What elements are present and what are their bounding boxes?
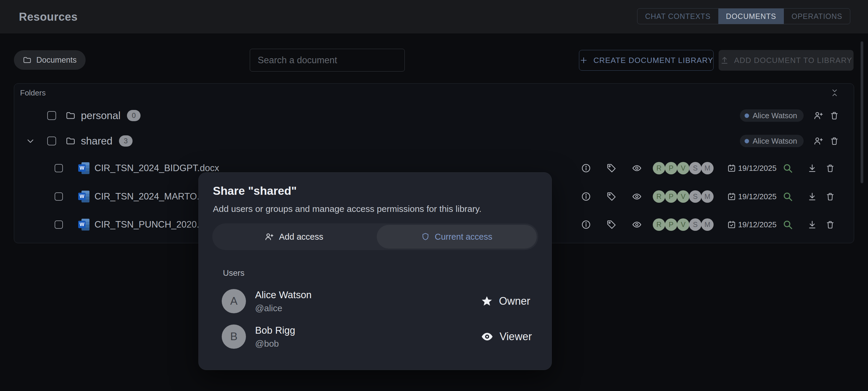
avatar: S	[689, 162, 702, 174]
user-row: A Alice Watson @alice Owner	[222, 289, 528, 313]
user-handle: @bob	[255, 339, 295, 349]
folder-icon	[66, 111, 75, 120]
folder-name[interactable]: personal	[81, 110, 120, 121]
info-icon[interactable]	[581, 163, 591, 173]
plus-icon	[579, 56, 588, 65]
owner-badge: Alice Watson	[740, 109, 804, 122]
delete-folder-button[interactable]	[830, 136, 839, 146]
owner-dot-icon	[745, 113, 749, 118]
document-date: 19/12/2025	[738, 220, 776, 229]
word-document-icon: W	[78, 219, 89, 230]
document-date: 19/12/2025	[738, 192, 776, 201]
eye-icon[interactable]	[632, 163, 642, 173]
tab-add-access[interactable]: Add access	[212, 223, 375, 250]
scrollbar[interactable]	[861, 41, 863, 183]
checkbox[interactable]	[47, 137, 56, 145]
share-folder-button[interactable]	[813, 136, 823, 146]
calendar-icon	[727, 192, 736, 201]
trash-icon	[830, 111, 839, 120]
owner-badge: Alice Watson	[740, 135, 804, 147]
search-document-icon[interactable]	[782, 191, 793, 202]
checkbox[interactable]	[55, 192, 63, 201]
tag-icon[interactable]	[607, 220, 616, 230]
person-add-icon	[813, 136, 823, 146]
tag-icon[interactable]	[607, 163, 616, 173]
user-name: Alice Watson	[255, 289, 311, 301]
folder-icon	[23, 56, 32, 64]
avatar: S	[689, 218, 702, 231]
download-icon[interactable]	[807, 220, 817, 230]
eye-icon[interactable]	[632, 220, 642, 230]
avatar: V	[677, 218, 689, 231]
avatar: P	[665, 162, 677, 174]
users-section-label: Users	[223, 268, 244, 278]
avatar: R	[653, 162, 665, 174]
dialog-subtitle: Add users or groups and manage access pe…	[213, 204, 482, 214]
tab-label: Current access	[435, 232, 492, 242]
upload-icon	[720, 56, 729, 65]
search-document-icon[interactable]	[782, 219, 793, 230]
shared-user-avatars: R P V S M	[653, 190, 714, 203]
shared-user-avatars: R P V S M	[653, 218, 714, 231]
role-owner[interactable]: Owner	[480, 295, 530, 307]
search-document-icon[interactable]	[782, 163, 793, 173]
create-document-library-button[interactable]: CREATE DOCUMENT LIBRARY	[579, 50, 714, 71]
trash-icon[interactable]	[826, 163, 835, 173]
avatar: M	[701, 218, 714, 231]
create-button-label: CREATE DOCUMENT LIBRARY	[593, 56, 713, 65]
folder-row-shared: shared 3 Alice Watson	[14, 135, 854, 147]
tag-icon[interactable]	[607, 192, 616, 201]
trash-icon[interactable]	[826, 192, 835, 201]
document-date: 19/12/2025	[738, 164, 776, 173]
breadcrumb-documents-chip[interactable]: Documents	[14, 50, 86, 70]
dialog-title: Share "shared"	[213, 185, 297, 197]
avatar: V	[677, 162, 689, 174]
person-add-icon	[813, 111, 823, 120]
user-handle: @alice	[255, 303, 311, 313]
role-label: Viewer	[500, 330, 532, 343]
role-viewer[interactable]: Viewer	[480, 330, 532, 343]
tab-documents[interactable]: DOCUMENTS	[718, 8, 784, 24]
download-icon[interactable]	[807, 192, 817, 201]
page-title: Resources	[19, 10, 78, 23]
breadcrumb-label: Documents	[36, 56, 77, 65]
tab-chat-contexts[interactable]: CHAT CONTEXTS	[638, 8, 718, 24]
top-bar: Resources CHAT CONTEXTS DOCUMENTS OPERAT…	[0, 0, 868, 33]
checkbox[interactable]	[55, 164, 63, 172]
folder-count-badge: 0	[127, 110, 141, 121]
owner-name: Alice Watson	[752, 111, 797, 120]
eye-icon[interactable]	[632, 192, 642, 201]
tab-current-access[interactable]: Current access	[377, 225, 537, 249]
calendar-icon	[727, 164, 736, 173]
avatar: A	[222, 289, 246, 313]
trash-icon[interactable]	[826, 220, 835, 229]
shared-user-avatars: R P V S M	[653, 162, 714, 174]
chevron-down-icon[interactable]	[25, 136, 35, 146]
tab-operations[interactable]: OPERATIONS	[784, 8, 850, 24]
download-icon[interactable]	[807, 163, 817, 173]
checkbox[interactable]	[55, 221, 63, 229]
tab-label: Add access	[279, 232, 323, 242]
checkbox[interactable]	[47, 111, 56, 120]
avatar: B	[222, 325, 246, 349]
document-name[interactable]: CIR_TSN_2024_BIDGPT.docx	[94, 163, 219, 173]
info-icon[interactable]	[581, 220, 591, 230]
shield-icon	[421, 232, 430, 241]
eye-icon	[480, 330, 494, 343]
add-document-to-library-button[interactable]: ADD DOCUMENT TO LIBRARY	[719, 50, 854, 71]
word-document-icon: W	[78, 162, 89, 174]
folder-name[interactable]: shared	[81, 135, 113, 147]
avatar: P	[665, 190, 677, 203]
user-row: B Bob Rigg @bob Viewer	[222, 325, 528, 349]
word-document-icon: W	[78, 191, 89, 202]
info-icon[interactable]	[581, 192, 591, 201]
search-input[interactable]	[250, 49, 405, 72]
owner-name: Alice Watson	[752, 137, 797, 146]
user-name: Bob Rigg	[255, 325, 295, 336]
delete-folder-button[interactable]	[830, 111, 839, 120]
share-folder-button[interactable]	[813, 111, 823, 120]
share-dialog: Share "shared" Add users or groups and m…	[198, 172, 552, 370]
collapse-panel-icon[interactable]	[829, 87, 840, 99]
folder-count-badge: 3	[119, 135, 132, 147]
role-label: Owner	[499, 295, 530, 307]
